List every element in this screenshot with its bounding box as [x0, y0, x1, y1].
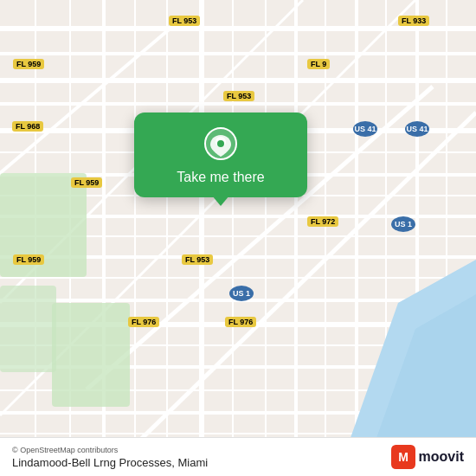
bottom-bar: © OpenStreetMap contributors Lindamood-B… [0, 437, 476, 476]
popup-card[interactable]: Take me there [134, 113, 307, 197]
road-label-fl9: FL 9 [307, 59, 330, 69]
svg-marker-6 [372, 294, 476, 450]
road-label-fl976-2: FL 976 [225, 317, 256, 327]
svg-marker-5 [346, 260, 476, 450]
location-pin-icon [203, 126, 238, 161]
bottom-left: © OpenStreetMap contributors Lindamood-B… [12, 446, 208, 469]
road-label-fl953-2: FL 953 [223, 91, 254, 101]
moovit-brand-icon: M [391, 445, 415, 469]
road-label-fl968: FL 968 [12, 121, 43, 132]
popup-label: Take me there [177, 170, 264, 185]
road-label-us1-1: US 1 [391, 216, 415, 232]
road-label-us1-2: US 1 [229, 286, 254, 301]
street-grid [0, 0, 476, 476]
road-label-fl976-1: FL 976 [128, 317, 159, 327]
road-label-fl959-1: FL 959 [13, 59, 44, 69]
road-label-fl972: FL 972 [307, 216, 338, 227]
road-label-fl953-3: FL 953 [182, 254, 213, 265]
svg-point-9 [217, 140, 224, 147]
place-name: Lindamood-Bell Lrng Processes, Miami [12, 456, 208, 469]
road-label-fl933: FL 933 [398, 16, 429, 26]
road-label-us41-2: US 41 [405, 121, 429, 137]
road-label-us41-1: US 41 [353, 121, 377, 137]
moovit-text: moovit [419, 449, 464, 465]
map-container: FL 953 FL 933 FL 959 FL 9 FL 953 FL 968 … [0, 0, 476, 476]
road-label-fl959-3: FL 959 [13, 254, 44, 265]
copyright-text: © OpenStreetMap contributors [12, 446, 208, 454]
svg-text:M: M [398, 450, 408, 464]
moovit-logo[interactable]: M moovit [391, 445, 464, 469]
road-label-fl959-2: FL 959 [71, 177, 102, 188]
road-label-fl953-top: FL 953 [169, 16, 200, 26]
